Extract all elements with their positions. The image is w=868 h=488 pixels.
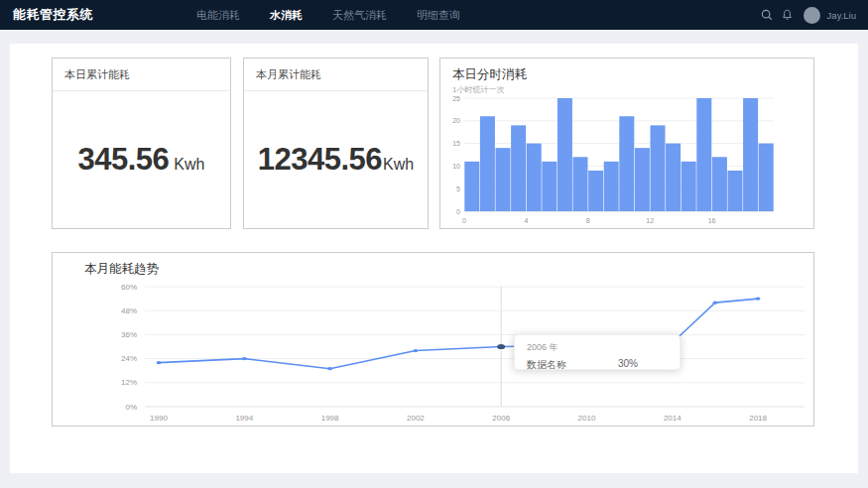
nav-item-detail-query[interactable]: 明细查询 bbox=[417, 8, 460, 23]
tooltip-value: 30% bbox=[618, 358, 638, 372]
monthly-energy-card: 本月累计能耗 12345.56 Kwh bbox=[243, 58, 429, 229]
monthly-card-body: 12345.56 Kwh bbox=[244, 91, 428, 228]
hourly-chart-title: 本日分时消耗 bbox=[452, 66, 527, 83]
svg-text:2018: 2018 bbox=[749, 414, 767, 423]
hourly-bar-chart[interactable]: 05101520250481216 bbox=[440, 94, 815, 229]
navbar-right: Jay.Liu bbox=[760, 0, 856, 30]
trend-line-chart[interactable]: 0%12%24%36%48%60%19901994199820022006201… bbox=[53, 253, 815, 427]
svg-text:0%: 0% bbox=[125, 403, 137, 412]
svg-text:20: 20 bbox=[452, 117, 460, 124]
svg-text:36%: 36% bbox=[121, 330, 137, 339]
trend-chart-title: 本月能耗趋势 bbox=[84, 261, 159, 278]
svg-text:2006: 2006 bbox=[492, 414, 510, 423]
svg-text:2002: 2002 bbox=[407, 414, 425, 423]
svg-text:1994: 1994 bbox=[235, 414, 253, 423]
content-panel: 本日累计能耗 345.56 Kwh 本月累计能耗 12345.56 Kwh bbox=[10, 44, 858, 473]
nav-item-gas[interactable]: 天然气消耗 bbox=[332, 8, 387, 23]
svg-text:48%: 48% bbox=[121, 306, 137, 315]
svg-text:4: 4 bbox=[524, 217, 528, 224]
svg-text:60%: 60% bbox=[121, 283, 137, 292]
svg-text:12: 12 bbox=[646, 217, 654, 224]
monthly-energy-unit: Kwh bbox=[383, 156, 414, 174]
nav-item-electric[interactable]: 电能消耗 bbox=[196, 8, 240, 23]
svg-text:15: 15 bbox=[452, 140, 460, 147]
daily-energy-unit: Kwh bbox=[174, 156, 204, 174]
search-icon[interactable] bbox=[760, 8, 774, 22]
tooltip-x-label: 2006 年 bbox=[527, 341, 668, 354]
svg-text:0: 0 bbox=[456, 208, 460, 215]
svg-text:16: 16 bbox=[708, 217, 716, 224]
monthly-card-title: 本月累计能耗 bbox=[244, 59, 428, 91]
svg-text:5: 5 bbox=[456, 185, 460, 192]
svg-text:1998: 1998 bbox=[321, 414, 339, 423]
daily-card-body: 345.56 Kwh bbox=[53, 91, 230, 228]
chart-tooltip: 2006 年 数据名称 30% bbox=[514, 334, 681, 370]
svg-text:12%: 12% bbox=[121, 378, 137, 387]
svg-text:24%: 24% bbox=[121, 354, 137, 363]
hourly-consumption-card: 本日分时消耗 1小时统计一次 05101520250481216 bbox=[439, 58, 814, 229]
nav-item-water[interactable]: 水消耗 bbox=[270, 8, 303, 23]
bell-icon[interactable] bbox=[781, 8, 794, 22]
username: Jay.Liu bbox=[827, 10, 856, 21]
avatar[interactable] bbox=[804, 7, 820, 24]
app-title: 能耗管控系统 bbox=[13, 6, 93, 24]
daily-energy-card: 本日累计能耗 345.56 Kwh bbox=[52, 58, 231, 229]
svg-text:2014: 2014 bbox=[664, 414, 682, 423]
svg-text:10: 10 bbox=[452, 163, 460, 170]
tooltip-series-name: 数据名称 bbox=[527, 358, 566, 372]
daily-card-title: 本日累计能耗 bbox=[53, 59, 230, 91]
svg-text:25: 25 bbox=[452, 95, 460, 102]
svg-text:0: 0 bbox=[462, 217, 466, 224]
daily-energy-value: 345.56 bbox=[78, 142, 170, 178]
main-nav: 电能消耗 水消耗 天然气消耗 明细查询 bbox=[196, 0, 460, 30]
svg-text:8: 8 bbox=[586, 217, 590, 224]
monthly-energy-value: 12345.56 bbox=[258, 142, 382, 178]
stat-cards-row: 本日累计能耗 345.56 Kwh 本月累计能耗 12345.56 Kwh bbox=[52, 58, 814, 229]
monthly-trend-card: 本月能耗趋势 0%12%24%36%48%60%1990199419982002… bbox=[52, 252, 814, 427]
svg-text:2010: 2010 bbox=[578, 414, 596, 423]
top-navbar: 能耗管控系统 电能消耗 水消耗 天然气消耗 明细查询 Jay.Liu bbox=[0, 0, 868, 30]
svg-text:1990: 1990 bbox=[150, 414, 168, 423]
